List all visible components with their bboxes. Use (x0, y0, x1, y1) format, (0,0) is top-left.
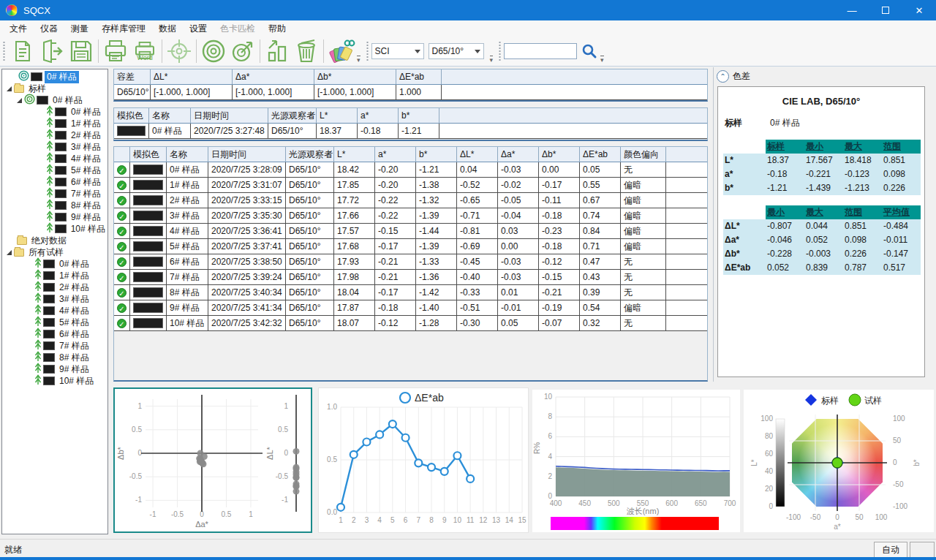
spectral-chart-panel[interactable]: 0246810400450500550600650700波长(nm)R% (532, 389, 741, 533)
tree-folder-item[interactable]: 标样 (2, 83, 107, 94)
menu-item[interactable]: 仪器 (34, 21, 64, 37)
maximize-button[interactable] (869, 0, 902, 20)
expander-icon[interactable] (17, 98, 22, 103)
tree-sample-item[interactable]: 4# 样品 (2, 153, 107, 164)
statistics-button[interactable] (263, 37, 292, 65)
tree-sample-item[interactable]: 9# 样品 (2, 363, 107, 375)
import-button[interactable] (37, 37, 67, 65)
svg-text:14: 14 (505, 516, 514, 524)
save-button[interactable] (67, 37, 96, 65)
new-document-button[interactable] (8, 37, 37, 65)
tree-item-label: 2# 样品 (57, 281, 91, 294)
standard-measure-button[interactable] (228, 37, 257, 65)
tree-sample-item[interactable]: 2# 样品 (2, 281, 107, 293)
de-trend-chart-panel[interactable]: 1234567891011121314150.00.51.0ΔE*ab (318, 387, 529, 533)
sample-row[interactable]: ✓1# 样品2020/7/25 3:31:07D65/10°17.85-0.20… (114, 178, 707, 193)
toolbar-grip[interactable] (498, 40, 502, 62)
status-text: 就绪 (0, 544, 22, 556)
sample-row[interactable]: ✓10# 样品2020/7/25 3:42:32D65/10°18.07-0.1… (114, 316, 707, 331)
table-cell: 偏暗 (621, 224, 666, 239)
tree-sample-item[interactable]: 7# 样品 (2, 188, 107, 200)
menu-item[interactable]: 文件 (3, 21, 34, 37)
table-cell: D65/10° (114, 85, 151, 100)
color-swatch (43, 260, 55, 268)
gamut-chart-panel[interactable]: 020406080100L*-100-50050100b*-100-500501… (743, 389, 935, 533)
svg-text:1: 1 (284, 402, 288, 410)
tree-sample-item[interactable]: 9# 样品 (2, 211, 107, 223)
color-match-button[interactable] (326, 37, 355, 65)
tree-sample-item[interactable]: 5# 样品 (2, 317, 107, 328)
tolerance-row[interactable]: D65/10°[-1.000, 1.000][-1.000, 1.000][-1… (114, 85, 707, 100)
svg-text:ΔE*ab: ΔE*ab (415, 392, 444, 404)
toolbar-overflow-button[interactable]: ▾ (357, 56, 361, 63)
color-swatch (55, 189, 67, 198)
tree-sample-item[interactable]: 5# 样品 (2, 164, 107, 176)
table-cell: -1.39 (416, 239, 457, 254)
stats-value: 0.226 (843, 247, 882, 261)
expander-icon[interactable] (7, 86, 12, 91)
stats-value: -0.123 (843, 167, 882, 181)
stats-value: -0.221 (804, 167, 843, 181)
tree-sample-item[interactable]: 8# 样品 (2, 200, 107, 211)
tree-sample-item[interactable]: 0# 样品 (2, 106, 107, 118)
sample-row[interactable]: ✓8# 样品2020/7/25 3:40:34D65/10°18.04-0.17… (114, 285, 707, 300)
illuminant-dropdown[interactable]: D65/10° (429, 43, 484, 59)
tree-sample-item[interactable]: 8# 样品 (2, 352, 107, 363)
empty-cell (439, 108, 707, 124)
tree-sample-item[interactable]: 3# 样品 (2, 293, 107, 305)
minimize-button[interactable]: — (835, 0, 869, 20)
scatter-chart-panel[interactable]: -1-1-0.5-0.5000.50.511Δa*Δb*-1-0.500.51Δ… (113, 387, 312, 533)
search-icon[interactable] (580, 42, 599, 60)
tree-sample-item[interactable]: 4# 样品 (2, 305, 107, 317)
table-cell: -0.17 (539, 178, 580, 193)
tree-sample-item[interactable]: 6# 样品 (2, 176, 107, 188)
target-measure-button[interactable] (165, 37, 194, 65)
tree-folder-item[interactable]: 绝对数据 (2, 235, 107, 246)
menu-item[interactable]: 数据 (152, 21, 183, 37)
table-cell: D65/10° (286, 208, 334, 224)
tree-folder-item[interactable]: 所有试样 (2, 246, 107, 258)
toolbar-grip[interactable] (2, 40, 6, 62)
table-cell: -0.11 (539, 193, 580, 208)
menu-item[interactable]: 设置 (183, 21, 214, 37)
sample-row[interactable]: ✓0# 样品2020/7/25 3:28:09D65/10°18.42-0.20… (114, 162, 707, 178)
sample-row[interactable]: ✓7# 样品2020/7/25 3:39:24D65/10°17.98-0.21… (114, 270, 707, 285)
standard-row[interactable]: 0# 样品2020/7/25 3:27:48D65/10°18.37-0.18-… (114, 124, 707, 139)
tree-sample-item[interactable]: 7# 样品 (2, 340, 107, 352)
auto-mode-button[interactable]: 自动 (874, 542, 907, 558)
tree-sample-item[interactable]: 0# 样品 (2, 71, 107, 83)
sample-row[interactable]: ✓6# 样品2020/7/25 3:38:50D65/10°17.93-0.21… (114, 254, 707, 270)
tree-sample-item[interactable]: 1# 样品 (2, 118, 107, 129)
collapse-panel-button[interactable]: ⌃ (717, 70, 729, 83)
tree-sample-item[interactable]: 10# 样品 (2, 223, 107, 235)
search-input[interactable] (504, 43, 577, 59)
sample-row[interactable]: ✓5# 样品2020/7/25 3:37:41D65/10°17.68-0.17… (114, 239, 707, 254)
toolbar-overflow-button[interactable]: ▾ (600, 56, 604, 63)
print-button[interactable] (101, 37, 130, 65)
menu-item[interactable]: 存样库管理 (95, 21, 152, 37)
tree-item-label: 4# 样品 (69, 153, 103, 165)
sample-row[interactable]: ✓9# 样品2020/7/25 3:41:34D65/10°17.87-0.18… (114, 300, 707, 316)
tree-sample-item[interactable]: 1# 样品 (2, 270, 107, 281)
sample-row[interactable]: ✓3# 样品2020/7/25 3:35:30D65/10°17.66-0.22… (114, 208, 707, 224)
delete-button[interactable] (292, 37, 321, 65)
sample-row[interactable]: ✓4# 样品2020/7/25 3:36:41D65/10°17.57-0.15… (114, 224, 707, 239)
tree-sample-item[interactable]: 0# 样品 (2, 94, 107, 106)
toolbar-grip[interactable] (366, 40, 369, 62)
table-cell: -1.39 (416, 208, 457, 224)
toolbar-overflow-button[interactable]: ▾ (490, 56, 494, 63)
tree-sample-item[interactable]: 3# 样品 (2, 141, 107, 153)
expander-icon[interactable] (7, 250, 12, 255)
close-button[interactable]: ✕ (902, 0, 936, 20)
menu-item[interactable]: 帮助 (262, 21, 292, 37)
sci-sce-dropdown[interactable]: SCI (371, 43, 424, 59)
sample-row[interactable]: ✓2# 样品2020/7/25 3:33:15D65/10°17.72-0.22… (114, 193, 707, 208)
tree-sample-item[interactable]: 6# 样品 (2, 328, 107, 340)
calibration-button[interactable] (199, 37, 228, 65)
tree-sample-item[interactable]: 2# 样品 (2, 129, 107, 141)
menu-item[interactable]: 测量 (64, 21, 95, 37)
tree-sample-item[interactable]: 10# 样品 (2, 375, 107, 387)
column-header: a* (358, 108, 399, 124)
tree-sample-item[interactable]: 0# 样品 (2, 258, 107, 270)
export-word-button[interactable]: Word (130, 37, 159, 65)
